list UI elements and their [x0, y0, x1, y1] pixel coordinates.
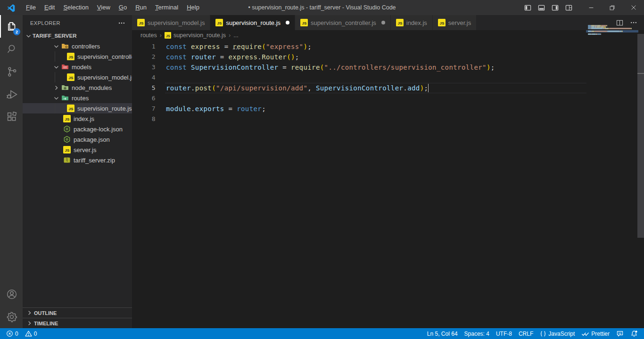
- status-end-of-line[interactable]: CRLF: [515, 328, 537, 339]
- tree-item-models[interactable]: models: [23, 62, 132, 72]
- timeline-section-header[interactable]: TIMELINE: [23, 318, 132, 328]
- tree-item-index-js[interactable]: JSindex.js: [23, 113, 132, 124]
- tree-item-label: routes: [72, 95, 89, 102]
- status-warnings[interactable]: 0: [22, 328, 41, 339]
- tree-item-package-json[interactable]: package.json: [23, 134, 132, 145]
- chevron-down-icon: [51, 95, 61, 102]
- minimap[interactable]: [587, 15, 637, 109]
- activity-item-extensions[interactable]: [0, 105, 23, 128]
- activity-badge: 2: [13, 28, 20, 35]
- chevron-down-icon: [51, 64, 61, 71]
- status-notifications[interactable]: [627, 328, 641, 339]
- toggle-primary-sidebar-button[interactable]: [521, 0, 535, 15]
- menu-item-terminal[interactable]: Terminal: [151, 0, 182, 15]
- activity-item-run-and-debug[interactable]: [0, 83, 23, 105]
- tab-server-js[interactable]: JSserver.js: [433, 15, 477, 30]
- menu-item-view[interactable]: View: [93, 0, 115, 15]
- js-icon: JS: [300, 19, 308, 26]
- restore-button[interactable]: [602, 0, 623, 15]
- minimap-line-3: [588, 28, 632, 29]
- svg-text:JS: JS: [166, 34, 170, 38]
- npm-icon: [63, 125, 71, 133]
- status-bar-left: 00: [3, 328, 40, 339]
- js-icon: JS: [396, 19, 404, 26]
- tree-item-label: supervision_route.js: [77, 105, 132, 112]
- breadcrumb-item-routes[interactable]: routes: [140, 32, 157, 39]
- breadcrumb-item-supervision-route-js[interactable]: JSsupervision_route.js: [165, 32, 226, 39]
- status-formatter[interactable]: Prettier: [578, 328, 613, 339]
- line-number-7[interactable]: 7: [132, 104, 156, 114]
- js-icon: JS: [67, 53, 74, 60]
- status-errors[interactable]: 0: [3, 328, 22, 339]
- tree-item-routes[interactable]: routes: [23, 93, 132, 103]
- menu-item-go[interactable]: Go: [115, 0, 131, 15]
- code-token: const: [166, 53, 187, 61]
- code-line-7[interactable]: module.exports = router;: [166, 104, 266, 114]
- tree-item-node-modules[interactable]: node_modules: [23, 82, 132, 93]
- status-cursor-position[interactable]: Ln 5, Col 64: [424, 328, 461, 339]
- restore-icon: [609, 5, 615, 11]
- status-language-mode[interactable]: JavaScript: [537, 328, 578, 339]
- close-button[interactable]: [623, 0, 644, 15]
- tab-supervision-model-js[interactable]: JSsupervision_model.js: [132, 15, 210, 30]
- status-encoding[interactable]: UTF-8: [493, 328, 515, 339]
- tab-index-js[interactable]: JSindex.js: [391, 15, 433, 30]
- line-number-6[interactable]: 6: [132, 93, 156, 104]
- tree-item-supervision-model-js[interactable]: JSsupervision_model.js: [23, 72, 132, 82]
- tab-label: supervision_controller.js: [311, 19, 376, 26]
- menu-item-file[interactable]: File: [22, 0, 40, 15]
- layout-panel-icon: [538, 4, 545, 11]
- tree-item-controllers[interactable]: controllers: [23, 41, 132, 51]
- activity-item-explorer[interactable]: 2: [0, 15, 23, 38]
- toggle-secondary-sidebar-button[interactable]: [548, 0, 562, 15]
- activity-item-accounts[interactable]: [0, 283, 23, 306]
- svg-text:JS: JS: [217, 21, 222, 25]
- tab-supervision-controller-js[interactable]: JSsupervision_controller.js: [295, 15, 391, 30]
- tab-supervision-route-js[interactable]: JSsupervision_route.js: [210, 15, 295, 30]
- tree-item-supervision-controller-js[interactable]: JSsupervision_controller.js: [23, 51, 132, 62]
- braces-icon: [540, 331, 546, 337]
- status-label: Ln 5, Col 64: [427, 331, 458, 337]
- line-number-8[interactable]: 8: [132, 114, 156, 124]
- code-line-2[interactable]: const router = express.Router();: [166, 52, 299, 62]
- status-feedback[interactable]: [613, 328, 627, 339]
- line-number-2[interactable]: 2: [132, 52, 156, 62]
- editor-scrollbar[interactable]: [637, 34, 644, 238]
- line-number-3[interactable]: 3: [132, 62, 156, 73]
- tree-item-server-js[interactable]: JSserver.js: [23, 145, 132, 155]
- menu-item-edit[interactable]: Edit: [40, 0, 59, 15]
- code-token: "../controllers/supervision_controller": [324, 64, 487, 71]
- tree-item-package-lock-json[interactable]: package-lock.json: [23, 124, 132, 134]
- tree-item-tariff-server-zip[interactable]: tariff_server.zip: [23, 155, 132, 165]
- tree-root-folder[interactable]: TARIFF_SERVER: [23, 31, 132, 41]
- outline-section-header[interactable]: OUTLINE: [23, 307, 132, 318]
- line-number-4[interactable]: 4: [132, 73, 156, 83]
- code-line-1[interactable]: const express = require("express");: [166, 41, 312, 52]
- status-indentation[interactable]: Spaces: 4: [461, 328, 493, 339]
- menu-item-selection[interactable]: Selection: [59, 0, 92, 15]
- line-number-5[interactable]: 5: [132, 83, 156, 93]
- folder-models-icon: [61, 63, 69, 71]
- js-icon: JS: [67, 73, 74, 81]
- svg-text:JS: JS: [65, 148, 70, 153]
- line-number-1[interactable]: 1: [132, 41, 156, 52]
- customize-layout-button[interactable]: [562, 0, 576, 15]
- sidebar-header: EXPLORER: [23, 15, 132, 31]
- explorer-more-actions-icon[interactable]: [118, 19, 125, 27]
- menu-item-run[interactable]: Run: [131, 0, 151, 15]
- minimize-button[interactable]: [580, 0, 602, 15]
- activity-item-search[interactable]: [0, 38, 23, 60]
- minimap-line-5: [588, 31, 623, 32]
- sidebar-explorer: EXPLORER TARIFF_SERVER controllersJSsupe…: [23, 15, 132, 328]
- code-line-3[interactable]: const SupervisionController = require(".…: [166, 62, 495, 73]
- js-icon: JS: [63, 115, 71, 122]
- activity-item-source-control[interactable]: [0, 60, 23, 83]
- tree-item-supervision-route-js[interactable]: JSsupervision_route.js: [23, 103, 132, 113]
- menu-item-help[interactable]: Help: [182, 0, 204, 15]
- svg-text:JS: JS: [69, 76, 74, 80]
- breadcrumb-item-[interactable]: ...: [233, 32, 238, 39]
- tree-item-label: index.js: [74, 115, 94, 122]
- accounts-icon: [6, 288, 18, 300]
- toggle-panel-button[interactable]: [535, 0, 548, 15]
- activity-item-manage[interactable]: [0, 306, 23, 328]
